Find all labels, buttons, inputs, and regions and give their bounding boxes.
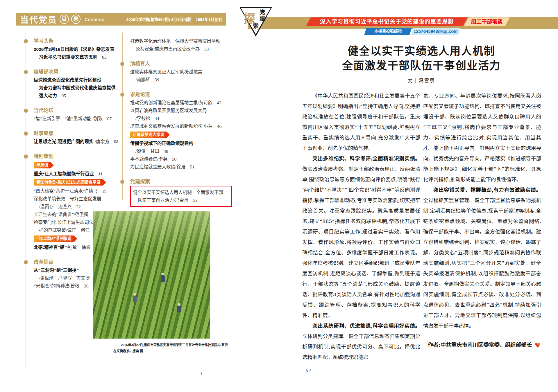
toc-section-title: 时事聚焦 [26,130,116,138]
toc-circle-icon: 目 [60,15,69,24]
emphasis-text: 北碚:精神百“碚” [34,245,67,250]
toc-section: 求是论道推动党的创新理论在基层落地生根/黄可欣 42以页岩油高质量开发服务区域发… [122,91,230,171]
toc-tag-row: 半月谈 [26,162,116,168]
toc-header-bar: 当代党员 目 录 Contents 2026年第7期(总第654期) 4月1日出… [16,13,226,26]
page-number-left: - 1 - [196,371,207,376]
toc-item: 为民造福就是最大政绩/徐浩 51 [122,163,230,171]
toc-section: 编辑部吹风纵深推进全面深化改革先行区建设为奋力谱写中国式现代化重庆篇章提供强大动… [26,68,116,100]
toc-item: 打造数字化治理体系 保障大型赛事演出活动 [122,37,230,45]
article-paragraph: 突出容错关爱、撑腰鼓劲,有力有效激励实绩。全过程抓实监督管理。健全干部监督信息联… [423,185,541,331]
text: 打造数字化治理体系 保障大型赛事演出活动 [130,39,220,44]
text: 03 [98,55,107,60]
issue-info: 2026年第7期(总第654期) 4月1日出版1958年1月创刊 [122,16,222,22]
toc-highlighted-entry: 健全以实干实绩选人用人机制 全面激发干部队伍干事创业活力/冯雪勇 52 [130,186,232,207]
toc-series-tag: 半月谈 [34,162,51,168]
toc-item: 推动党的创新理论在基层落地生根/黄可欣 42 [122,99,230,107]
contents-label: Contents [85,17,104,22]
toc-item: /赖鹏辉 39 [122,76,230,84]
toc-item: “智”造新引擎 “渝”见新动能 /别致 07 [26,115,116,123]
emphasis-text: 突出容错关爱、撑腰鼓劲,有力有效激励实绩。 [433,187,541,193]
toc-section-title: 学习头条 [26,37,116,45]
emphasis-text: 习近平总书记重要文章等五则 [39,55,98,60]
text: 推动党的创新理论在基层落地生根/黄可欣 42 [130,100,221,105]
toc-section-title: 特别策划 [26,152,116,161]
toc-section: 打造数字化治理体系 保障大型赛事演出活动公共安全/重庆市巴南区委改革办 38 [122,37,230,53]
mailbox-label: 本栏目投稿邮箱 [364,28,412,35]
text: “智”造新引擎 “渝”见新动能 /别致 07 [34,116,112,121]
emphasis-text: 2026年3月16日出版的《求是》杂志发表 [34,47,114,52]
toc-item: /李钱松 44 [122,114,230,122]
tea-picker-figure [161,275,165,282]
text: /张佤瑨 冯驿驭 古文博 33 [39,276,99,280]
toc-item: 这枚实体档案见证人民军队援越抗美 [122,68,230,76]
toc-item: 让思想之光,照进更广阔的现实 /唐余方 08 [26,138,116,145]
toc-section-title: 渝档育人 [122,60,230,68]
emphasis-text: 纵深推进全面深化改革先行区建设 [34,78,101,82]
toc-tag-row: 正确政绩观大家谈 [122,132,230,138]
toc-item: 纵深推进全面深化改革先行区建设 [26,76,116,84]
mailbox-email: 1257645843@qq.com [411,28,460,35]
text: 这枚实体档案见证人民军队援越抗美 [130,69,202,74]
article-paragraph: 责、专业方向、年龄层次等岗位要求,按照既看人岗匹配度又看班子功能结构、既排查不当… [423,91,541,185]
text: 护的范式突破/谭正 何江 26 [39,228,99,233]
photo-caption: 2026年3月27日,重庆市荣昌区安富街道荣安三月茶叶专业合作社茶园内,茶农 在… [113,342,235,354]
tea-picker-figure [177,305,181,312]
text: 检察专门化:长江上游生态司法保 [34,220,98,225]
article-column-1: 《中华人民共和国国民经济和社会发展第十五个五年规划纲要》明确指出:“坚持正确用人… [302,91,420,362]
toc-section-title: 党建探索 [122,178,230,186]
text: “四大检察”共护一江清水/许幼飞 19 [34,188,107,193]
toc-item: 为奋力谱写中国式现代化重庆篇章提供 [26,84,116,92]
toc-section: 渝档育人这枚实体档案见证人民军队援越抗美/赖鹏辉 39 [122,60,230,84]
text: /温丙存 边燕燕 22 [39,204,81,209]
toc-section: 当代论坛“智”造新引擎 “渝”见新动能 /别致 07 [26,107,116,123]
text: /赖鹏辉 39 [135,77,159,82]
toc-item: 队伍干事创业活力/冯雪勇 52 [133,196,229,204]
toc-item: /温丙存 边燕燕 22 [26,203,116,211]
toc-section-title: 编辑部吹风 [26,68,116,76]
emphasis-text: 重庆:让人工智能赋能千行百业 [34,171,94,176]
toc-item: 2026年3月16日出版的《求是》杂志发表 [26,45,116,53]
article-byline: 文｜冯雪勇 [302,77,541,84]
toc-circle-icon: 录 [71,15,81,24]
toc-series-tag: “何以重庆”系列报道 [34,235,74,242]
toc-item: 深化改革筑长效 守好生态促发展 [26,195,116,203]
text: 立体研判分类建库。健全干部信息动态归集和定期分析研判机制,实现干部优劣可分、高下… [302,333,420,360]
toc-item: 传播学视域下的正确政绩观建构 [122,139,230,147]
emphasis-text: 突出系统研判、优进拙退,科学合理用好实绩。 [312,323,420,329]
text: /殷俊 甘田 48 [135,149,168,154]
photo-caption-line1: 2026年3月27日,重庆市荣昌区安富街道荣安三月茶叶专业合作社茶园内,茶农 [113,342,235,348]
toc-column-middle: 打造数字化治理体系 保障大型赛事演出活动公共安全/重庆市巴南区委改革办 38渝档… [122,37,230,214]
magazine-spread: 当代党员 目 录 Contents 2026年第7期(总第654期) 4月1日出… [0,0,558,392]
toc-section: 时事聚焦让思想之光,照进更广阔的现实 /唐余方 08 [26,130,116,145]
text: 《中华人民共和国国民经济和社会发展第十五个五年规划纲要》明确指出:“坚持正确用人… [302,93,420,151]
logo-text-suo: 索 [253,21,259,30]
author-text: 作者:中共重庆市南川区委常委、组织部部长 [428,342,532,348]
article-paragraph: 《中华人民共和国国民经济和社会发展第十五个五年规划纲要》明确指出:“坚持正确用人… [302,91,420,153]
text: 责、专业方向、年龄层次等岗位要求,按照既看人岗匹配度又看班子功能结构、既排查不当… [423,93,541,182]
page-number-right: - 52 - [302,368,315,373]
column-tag: 组工干部笔谈 [464,17,510,26]
text: 05 [57,93,66,98]
emphasis-text: 传播学视域下的正确政绩观建构 [130,141,193,146]
text: 全过程抓实监督管理。健全干部监督信息联系通报机制,定期汇集纪检等单位信息,探索干… [423,197,541,329]
text: 做实政治素质考察。制定干部政治表现正、反两张清单,围绕政治忠诚等方面细化正向评价… [302,166,420,318]
article-paragraph: 突出系统研判、优进拙退,科学合理用好实绩。立体研判分类建库。健全干部信息动态归集… [302,321,420,362]
emphasis-text: 为奋力谱写中国式现代化重庆篇章提供 [39,85,116,90]
toc-item: 事不避难者进/李英 50 [122,155,230,163]
toc-section-title: 求是论道 [122,91,230,99]
emphasis-text: 突出多维纪实、科学考评,全面精准识别实绩。 [312,156,420,161]
text: /李钱松 44 [135,116,159,121]
text: 以页岩油高质量开发服务区域发展大局 [130,108,207,113]
toc-item: /殷俊 甘田 48 [122,147,230,155]
text: 事不避难者进/李英 50 [130,157,176,161]
article-column-2: 责、专业方向、年龄层次等岗位要求,按照既看人岗匹配度又看班子功能结构、既排查不当… [423,91,541,350]
toc-series-tag: 正确政绩观大家谈 [130,132,167,138]
toc-item: 培育城乡文旅商融合发展的新动能/刘小兰 46 [122,122,230,130]
magazine-logo: 当代党员 [20,13,57,25]
article-paragraph: 突出多维纪实、科学考评,全面精准识别实绩。做实政治素质考察。制定干部政治表现正、… [302,153,420,321]
text: 公共安全/重庆市巴南区委改革办 38 [135,46,209,51]
emphasis-text: 让思想之光,照进更广阔的现实 [34,139,94,144]
article-column-2-paragraphs: 责、专业方向、年龄层次等岗位要求,按照既看人岗匹配度又看班子功能结构、既排查不当… [423,91,541,331]
toc-item: 健全以实干实绩选人用人机制 全面激发干部 [133,188,229,196]
dangjian-tansuo-logo: 党建 探 索 [239,7,272,37]
